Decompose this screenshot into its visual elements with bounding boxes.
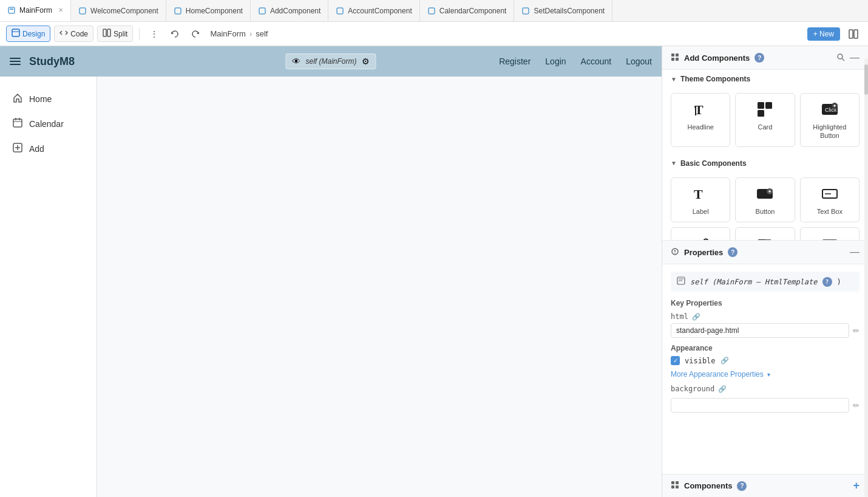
tab-calendar-label: CalendarComponent — [439, 7, 507, 15]
form-selector[interactable]: 👁 self (MainForm) ⚙ — [285, 53, 376, 69]
properties-ref-help[interactable]: ? — [822, 277, 832, 287]
tab-mainform[interactable]: MainForm ✕ — [0, 0, 71, 21]
bg-swatch-row: ✏ — [671, 398, 860, 413]
sidebar-item-home[interactable]: Home — [0, 86, 97, 111]
app-preview: StudyM8 👁 self (MainForm) ⚙ Register Log… — [0, 46, 662, 497]
scrollbar-thumb[interactable] — [864, 64, 868, 95]
background-swatch[interactable] — [671, 398, 849, 413]
bg-edit-icon[interactable]: ✏ — [853, 401, 860, 410]
comp-text2[interactable]: T — [735, 227, 795, 240]
input2-icon: abc — [821, 234, 838, 240]
tab-calendar[interactable]: CalendarComponent — [420, 0, 515, 21]
breadcrumb-form[interactable]: MainForm — [210, 29, 246, 38]
html-select[interactable]: standard-page.html — [671, 323, 849, 338]
svg-line-26 — [842, 58, 844, 61]
code-button[interactable]: Code — [54, 26, 93, 42]
tab-home-label: HomeComponent — [186, 7, 243, 15]
properties-header: Properties ? — — [662, 240, 868, 264]
comp-input2[interactable]: abc — [800, 227, 860, 240]
html-edit-icon[interactable]: ✏ — [853, 326, 860, 335]
more-appearance-label: More Appearance Properties — [671, 370, 764, 379]
theme-components-header[interactable]: ▼ Theme Components — [662, 70, 868, 88]
tab-welcome[interactable]: WelcomeComponent — [71, 0, 166, 21]
nav-logout[interactable]: Logout — [626, 57, 652, 66]
tab-account-icon — [336, 7, 344, 15]
add-components-collapse[interactable]: — — [850, 52, 860, 63]
search-icon[interactable] — [836, 53, 845, 63]
sidebar-item-add[interactable]: Add — [0, 136, 97, 161]
tab-add-icon — [258, 7, 266, 15]
tab-account[interactable]: AccountComponent — [328, 0, 419, 21]
properties-help[interactable]: ? — [728, 247, 737, 257]
app-content — [97, 77, 662, 497]
components-footer-help[interactable]: ? — [737, 481, 747, 491]
background-label: background 🔗 — [671, 385, 727, 393]
properties-ref: self (MainForm – HtmlTemplate ? ) — [671, 272, 860, 292]
visible-checkbox[interactable]: ✓ — [671, 356, 680, 365]
svg-rect-4 — [259, 8, 265, 14]
comp-label[interactable]: T Label — [671, 177, 730, 222]
nav-account[interactable]: Account — [581, 57, 612, 66]
svg-rect-31 — [758, 110, 764, 117]
redo-button[interactable] — [187, 26, 204, 43]
undo-button[interactable] — [166, 26, 183, 43]
highlighted-button-icon: Click — [821, 100, 838, 119]
new-button[interactable]: + New — [807, 27, 840, 41]
nav-register[interactable]: Register — [499, 57, 531, 66]
link-icon — [692, 234, 709, 240]
comp-card[interactable]: Card — [735, 93, 795, 147]
tab-calendar-icon — [427, 7, 436, 15]
html-field: html 🔗 standard-page.html ✏ — [671, 312, 860, 338]
more-appearance-toggle[interactable]: More Appearance Properties ▾ — [671, 370, 860, 379]
components-add-icon[interactable]: + — [853, 479, 860, 492]
add-components-scroll[interactable]: ▼ Theme Components T Headline — [662, 70, 868, 240]
properties-collapse[interactable]: — — [850, 247, 860, 258]
layout-toggle-button[interactable] — [845, 26, 862, 43]
svg-rect-14 — [13, 119, 22, 127]
code-label: Code — [70, 30, 88, 38]
breadcrumb-item[interactable]: self — [256, 29, 268, 38]
html-link-icon[interactable]: 🔗 — [692, 313, 700, 321]
breadcrumb-separator: › — [249, 29, 252, 38]
add-components-help[interactable]: ? — [754, 53, 764, 63]
svg-rect-21 — [671, 53, 674, 57]
more-options-button[interactable]: ⋮ — [146, 26, 163, 43]
tune-icon: ⚙ — [362, 57, 370, 66]
basic-section-arrow: ▼ — [671, 160, 677, 166]
nav-login[interactable]: Login — [545, 57, 566, 66]
properties-title: Properties — [684, 248, 723, 257]
background-link-icon[interactable]: 🔗 — [718, 385, 727, 393]
svg-rect-5 — [337, 8, 343, 14]
svg-rect-7 — [523, 8, 529, 14]
app-body: Home Calendar Add — [0, 77, 662, 497]
comp-button[interactable]: Button — [735, 177, 795, 222]
design-button[interactable]: Design — [6, 26, 50, 42]
code-icon — [59, 29, 68, 39]
hamburger-icon[interactable] — [10, 58, 21, 65]
calendar-icon — [12, 117, 23, 130]
add-components-actions: — — [836, 52, 860, 63]
split-label: Split — [114, 30, 127, 38]
tab-setdetails[interactable]: SetDetailsComponent — [514, 0, 612, 21]
properties-ref-text: self (MainForm – HtmlTemplate — [690, 278, 818, 286]
label-icon: T — [692, 184, 709, 204]
basic-components-header[interactable]: ▼ Basic Components — [662, 154, 868, 173]
app-title: StudyM8 — [29, 55, 75, 68]
add-components-header: Add Components ? — — [662, 46, 868, 70]
visible-link-icon[interactable]: 🔗 — [721, 357, 729, 365]
comp-headline[interactable]: T Headline — [671, 93, 730, 147]
tab-welcome-icon — [78, 7, 87, 15]
svg-rect-23 — [671, 58, 674, 61]
design-icon — [12, 29, 20, 39]
comp-highlighted-button[interactable]: Click Highlighted Button — [800, 93, 860, 147]
card-label: Card — [758, 123, 773, 131]
svg-rect-30 — [765, 102, 772, 109]
split-button[interactable]: Split — [97, 26, 133, 42]
scrollbar-track — [864, 58, 868, 497]
tab-mainform-close[interactable]: ✕ — [58, 7, 63, 13]
comp-textbox[interactable]: Text Box — [800, 177, 860, 222]
tab-add[interactable]: AddComponent — [251, 0, 328, 21]
comp-link[interactable] — [671, 227, 730, 240]
tab-home[interactable]: HomeComponent — [166, 0, 251, 21]
sidebar-item-calendar[interactable]: Calendar — [0, 111, 97, 136]
